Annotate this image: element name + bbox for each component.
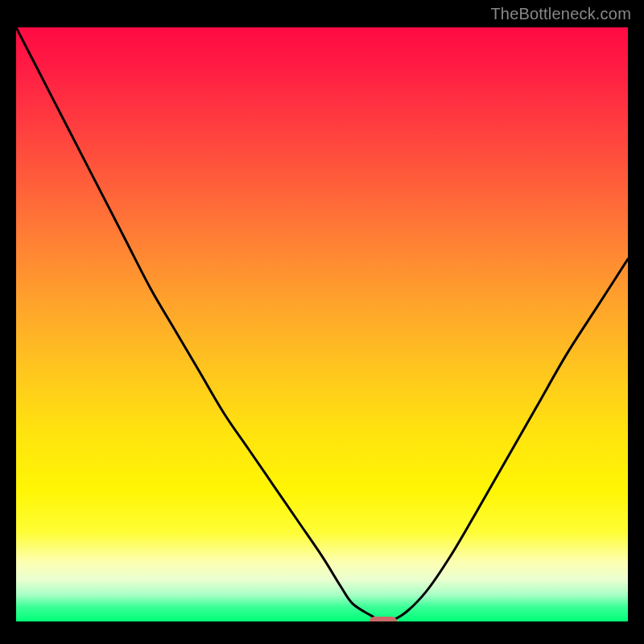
optimal-marker xyxy=(369,617,397,621)
chart-frame: TheBottleneck.com xyxy=(0,0,644,644)
watermark-text: TheBottleneck.com xyxy=(490,5,631,23)
curve-layer xyxy=(16,27,628,621)
plot-area xyxy=(16,27,628,621)
bottleneck-curve xyxy=(16,27,628,621)
